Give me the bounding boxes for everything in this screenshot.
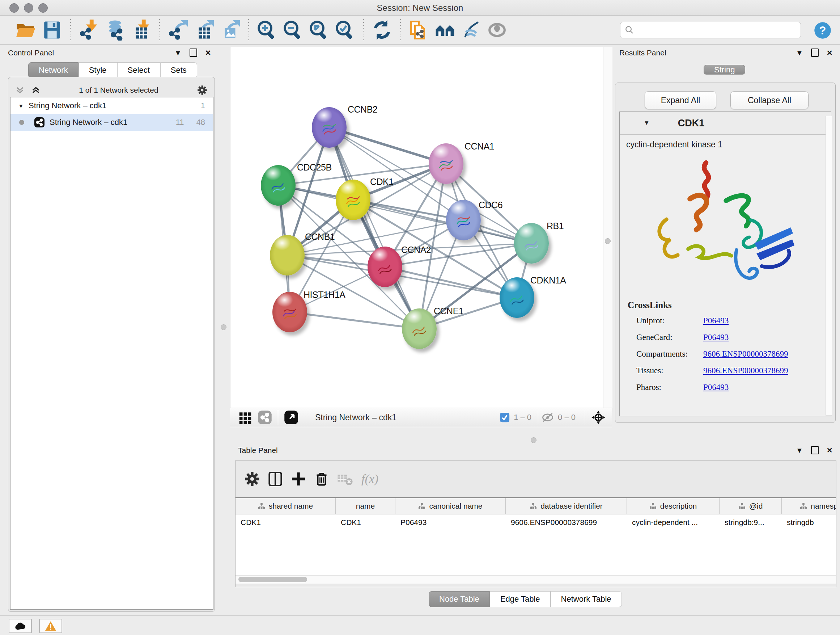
node-CDK1[interactable]	[336, 180, 370, 220]
float-panel-icon[interactable]: ▼	[796, 49, 803, 57]
network-options-gear-icon[interactable]	[196, 84, 208, 96]
column-header-name[interactable]: name	[336, 498, 395, 514]
right-splitter-handle[interactable]	[605, 238, 611, 244]
cloud-button[interactable]	[9, 619, 32, 633]
table-cell[interactable]: P06493	[395, 518, 506, 527]
node-CCNA1[interactable]	[429, 143, 463, 184]
crosslink-link[interactable]: 9606.ENSP00000378699	[703, 349, 788, 359]
collapse-all-button[interactable]: Collapse All	[730, 91, 808, 109]
tab-string[interactable]: String	[704, 65, 745, 74]
network-canvas[interactable]: CCNB2CCNA1CDC25BCDK1CDC6RB1CCNB1CCNA2CDK…	[230, 47, 603, 408]
table-cell[interactable]: 9606.ENSP00000378699	[506, 518, 627, 527]
table-cell[interactable]: stringdb:9...	[720, 518, 782, 527]
scrollbar-thumb[interactable]	[238, 577, 307, 582]
maximize-panel-icon[interactable]	[811, 446, 819, 454]
open-session-button[interactable]	[13, 19, 39, 42]
table-horizontal-scrollbar[interactable]	[235, 575, 836, 584]
maximize-panel-icon[interactable]	[811, 49, 819, 57]
column-header-canonical-name[interactable]: canonical name	[395, 498, 506, 514]
table-cell[interactable]: cyclin-dependent ...	[627, 518, 720, 527]
import-network-database-button[interactable]	[102, 19, 128, 42]
column-header-shared-name[interactable]: shared name	[235, 498, 336, 514]
export-table-button[interactable]	[191, 19, 217, 42]
search-input[interactable]	[634, 25, 796, 35]
close-panel-icon[interactable]: ✕	[205, 49, 211, 57]
grid-view-icon[interactable]	[238, 410, 253, 424]
crosslink-link[interactable]: P06493	[703, 383, 729, 392]
node-CDC25B[interactable]	[261, 165, 295, 206]
network-share-gray-icon[interactable]	[257, 410, 272, 424]
collapse-all-icon[interactable]	[14, 85, 25, 95]
node-RB1[interactable]	[514, 223, 549, 264]
crosshair-icon[interactable]	[591, 410, 606, 424]
tab-sets[interactable]: Sets	[160, 62, 197, 78]
warning-button[interactable]	[39, 619, 62, 633]
export-network-button[interactable]	[165, 19, 191, 42]
edge-HIST1H1A-CCNE1[interactable]	[290, 312, 419, 329]
gene-card-expander-icon[interactable]: ▼	[644, 119, 650, 127]
zoom-selected-button[interactable]	[332, 19, 358, 42]
save-session-button[interactable]	[39, 19, 65, 42]
import-table-file-button[interactable]	[128, 19, 154, 42]
results-scrollbar[interactable]	[826, 116, 832, 416]
expand-all-icon[interactable]	[30, 85, 41, 95]
zoom-in-button[interactable]	[254, 19, 280, 42]
tab-edge-table[interactable]: Edge Table	[490, 591, 551, 607]
show-columns-icon[interactable]	[264, 469, 287, 489]
node-CDC6[interactable]	[446, 200, 481, 241]
tab-style[interactable]: Style	[79, 62, 117, 78]
maximize-panel-icon[interactable]	[189, 49, 197, 57]
horizontal-splitter-handle[interactable]	[531, 437, 537, 443]
birdseye-view-icon[interactable]	[284, 410, 298, 424]
delete-column-icon[interactable]	[310, 469, 333, 489]
table-cell[interactable]: CDK1	[336, 518, 395, 527]
zoom-fit-button[interactable]	[306, 19, 332, 42]
string-glasses-button[interactable]	[458, 19, 484, 42]
float-panel-icon[interactable]: ▼	[174, 49, 182, 57]
table-settings-gear-icon[interactable]	[240, 469, 264, 489]
close-panel-icon[interactable]: ✕	[827, 447, 833, 454]
eye-button[interactable]	[484, 19, 510, 42]
node-HIST1H1A[interactable]	[272, 292, 307, 333]
table-cell[interactable]: CDK1	[235, 518, 336, 527]
help-button[interactable]: ?	[813, 21, 832, 41]
column-header-database-identifier[interactable]: database identifier	[506, 498, 627, 514]
column-header-namespace[interactable]: namespace	[782, 498, 836, 514]
crosslink-link[interactable]: P06493	[703, 316, 729, 325]
search-box[interactable]	[620, 22, 801, 38]
tab-network[interactable]: Network	[28, 62, 79, 78]
tab-select[interactable]: Select	[117, 62, 160, 78]
network-row[interactable]: String Network – cdk1 11 48	[11, 114, 213, 131]
string-home-button[interactable]	[432, 19, 458, 42]
close-panel-icon[interactable]: ✕	[827, 49, 833, 57]
node-CCNB2[interactable]	[312, 107, 347, 148]
edge-CCNB2-CCNA1[interactable]	[329, 127, 446, 164]
share-document-button[interactable]	[406, 19, 432, 42]
column-type-icon	[649, 502, 657, 510]
expand-all-button[interactable]: Expand All	[645, 91, 716, 109]
crosslink-link[interactable]: P06493	[703, 333, 729, 342]
table-row[interactable]: CDK1CDK1P064939606.ENSP00000378699cyclin…	[235, 515, 836, 530]
node-CCNB1[interactable]	[270, 235, 305, 276]
float-panel-icon[interactable]: ▼	[796, 447, 803, 454]
export-image-button[interactable]	[217, 19, 243, 42]
node-CCNA2[interactable]	[368, 247, 402, 287]
network-collection-row[interactable]: ▼ String Network – cdk1 1	[11, 97, 213, 114]
add-column-icon[interactable]	[287, 469, 310, 489]
refresh-view-button[interactable]	[369, 19, 395, 42]
tree-expander-icon[interactable]: ▼	[16, 103, 27, 109]
tab-network-table[interactable]: Network Table	[551, 591, 622, 607]
zoom-out-button[interactable]	[280, 19, 306, 42]
crosslink-link[interactable]: 9606.ENSP00000378699	[703, 366, 788, 375]
import-network-file-button[interactable]	[76, 19, 102, 42]
table-cell[interactable]: stringdb	[782, 518, 836, 527]
left-splitter-handle[interactable]	[221, 325, 226, 330]
node-CDKN1A[interactable]	[500, 277, 534, 318]
selected-checkbox-icon[interactable]	[499, 412, 510, 423]
column-header-description[interactable]: description	[627, 498, 720, 514]
gene-card-header[interactable]: ▼ CDK1	[620, 112, 831, 135]
tab-node-table[interactable]: Node Table	[429, 591, 490, 607]
node-CCNE1[interactable]	[402, 309, 437, 349]
edge-CCNA2-CDKN1A[interactable]	[385, 267, 517, 298]
column-header-@id[interactable]: @id	[720, 498, 782, 514]
